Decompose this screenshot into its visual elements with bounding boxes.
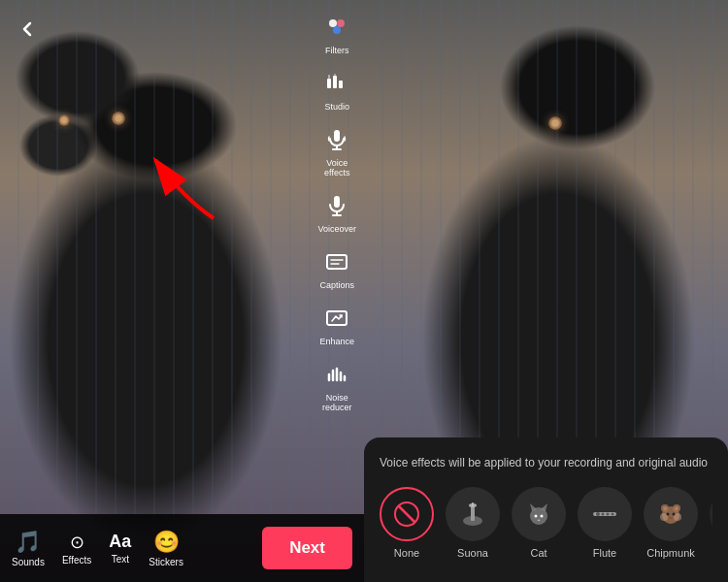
suona-label: Suona [457, 547, 488, 559]
svg-point-24 [395, 502, 418, 526]
captions-icon [319, 244, 354, 279]
svg-point-48 [667, 513, 670, 516]
sounds-icon: 🎵 [15, 530, 41, 555]
svg-rect-8 [334, 130, 340, 142]
svg-point-2 [333, 26, 341, 34]
studio-icon [319, 66, 354, 101]
voice-effects-label: Voiceeffects [324, 158, 349, 179]
effects-label: Effects [62, 555, 91, 566]
voice-effect-flute[interactable]: Flute [578, 487, 632, 559]
filters-label: Filters [325, 46, 349, 56]
flute-label: Flute [593, 547, 616, 559]
right-dog-eye [548, 116, 562, 130]
back-button[interactable] [16, 17, 39, 47]
voice-effect-none[interactable]: None [380, 487, 434, 559]
svg-point-49 [673, 513, 676, 516]
voice-effects-list: None Suona [380, 487, 712, 566]
toolbar-item-voice-effects[interactable]: Voiceeffects [319, 122, 354, 179]
toolbar-item-voiceover[interactable]: Voiceover [317, 188, 356, 235]
text-tool[interactable]: Aa Text [109, 532, 131, 565]
noise-reducer-icon [319, 357, 354, 392]
svg-rect-4 [333, 76, 337, 88]
captions-label: Captions [319, 280, 354, 291]
toolbar-item-enhance[interactable]: Enhance [319, 301, 354, 347]
bass-circle [710, 487, 712, 541]
sounds-label: Sounds [12, 557, 45, 567]
svg-rect-6 [328, 75, 330, 79]
stickers-icon: 😊 [153, 530, 180, 555]
svg-point-37 [596, 512, 600, 516]
noise-reducer-label: Noisereducer [322, 393, 352, 414]
effects-icon: ⊙ [70, 532, 84, 553]
voiceover-icon [319, 188, 354, 223]
svg-point-1 [337, 19, 345, 27]
chipmunk-circle [644, 487, 698, 541]
text-label: Text [112, 554, 129, 565]
enhance-icon [319, 301, 354, 336]
filters-icon [319, 10, 354, 45]
svg-point-45 [675, 506, 678, 510]
next-button[interactable]: Next [262, 527, 352, 569]
dog-eye-1 [112, 112, 125, 125]
svg-point-33 [535, 515, 538, 518]
none-label: None [394, 547, 419, 559]
svg-point-40 [612, 513, 614, 516]
svg-rect-11 [334, 196, 340, 208]
cat-label: Cat [530, 547, 546, 559]
cat-circle [512, 487, 566, 541]
right-toolbar: Filters Studio [317, 10, 356, 413]
voice-effect-chipmunk[interactable]: Chipmunk [644, 487, 698, 559]
voice-effects-description: Voice effects will be applied to your re… [380, 455, 712, 471]
svg-rect-27 [471, 505, 475, 521]
toolbar-item-filters[interactable]: Filters [319, 10, 354, 56]
dog-eye-2 [58, 114, 70, 126]
effects-tool[interactable]: ⊙ Effects [62, 532, 91, 566]
svg-rect-7 [334, 74, 336, 76]
stickers-tool[interactable]: 😊 Stickers [149, 530, 183, 567]
svg-point-34 [541, 515, 544, 518]
none-circle [380, 487, 434, 541]
fabric-texture [0, 0, 364, 582]
svg-line-25 [399, 506, 414, 522]
right-panel: Voice effects will be applied to your re… [364, 0, 728, 582]
voice-effect-bass[interactable]: Ba... [710, 487, 712, 559]
svg-rect-3 [327, 79, 331, 88]
studio-label: Studio [324, 102, 349, 113]
text-icon: Aa [109, 532, 131, 552]
svg-point-0 [329, 19, 337, 27]
stickers-label: Stickers [149, 557, 183, 567]
svg-point-38 [602, 513, 605, 516]
svg-rect-14 [327, 255, 347, 269]
voice-effects-panel: Voice effects will be applied to your re… [364, 437, 728, 582]
svg-point-44 [663, 506, 667, 510]
suona-circle [446, 487, 500, 541]
svg-rect-5 [339, 81, 343, 88]
voiceover-label: Voiceover [317, 224, 356, 235]
left-panel: Filters Studio [0, 0, 364, 582]
enhance-label: Enhance [319, 337, 354, 347]
chipmunk-label: Chipmunk [646, 547, 695, 559]
svg-point-39 [607, 513, 610, 516]
svg-rect-29 [472, 502, 474, 507]
voice-effects-icon [319, 122, 354, 157]
flute-circle [578, 487, 632, 541]
toolbar-item-captions[interactable]: Captions [319, 244, 354, 291]
voice-effect-cat[interactable]: Cat [512, 487, 566, 559]
bottom-tools: 🎵 Sounds ⊙ Effects Aa Text 😊 Stickers [12, 530, 183, 567]
svg-point-50 [669, 517, 673, 519]
sounds-tool[interactable]: 🎵 Sounds [12, 530, 45, 567]
toolbar-item-studio[interactable]: Studio [319, 66, 354, 113]
toolbar-item-noise-reducer[interactable]: Noisereducer [319, 357, 354, 414]
bottom-bar: 🎵 Sounds ⊙ Effects Aa Text 😊 Stickers Ne… [0, 514, 364, 582]
voice-effect-suona[interactable]: Suona [446, 487, 500, 559]
